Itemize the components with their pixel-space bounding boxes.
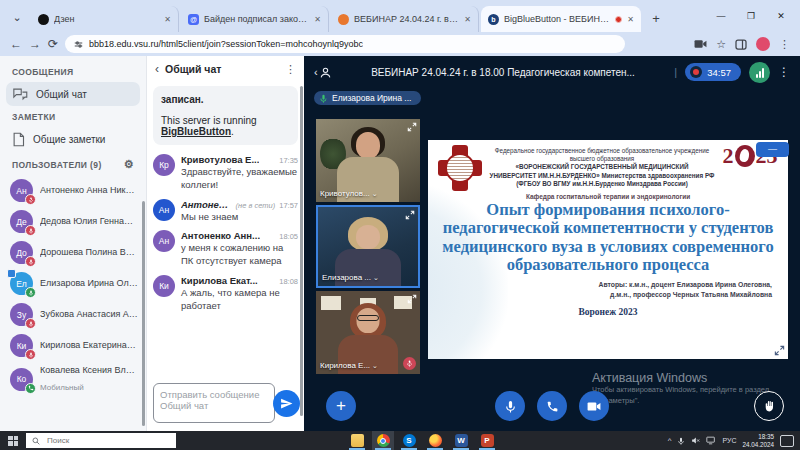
talking-indicator[interactable]: Елизарова Ирина ... <box>314 91 421 105</box>
window-close-button[interactable]: ✕ <box>766 0 796 32</box>
user-name: Антоненко Анна Никола... <box>40 185 138 196</box>
manage-users-gear-icon[interactable]: ⚙ <box>124 158 134 171</box>
tab-dzen[interactable]: Дзен ✕ <box>31 6 179 32</box>
webcam-column: Кривотулов...⌄ Елизарова ...⌄ Кирилова Е… <box>316 119 420 377</box>
new-tab-button[interactable]: + <box>646 8 666 28</box>
webcam-user-name[interactable]: Кривотулов...⌄ <box>320 189 378 198</box>
user-list-item[interactable]: До Дорошева Полина Васи... <box>0 237 146 268</box>
tab-close-icon[interactable]: ✕ <box>314 15 321 24</box>
toggle-user-list-button[interactable]: ‹ <box>314 66 332 79</box>
connection-status-icon[interactable] <box>749 62 770 83</box>
sidebar-item-label: Общие заметки <box>33 134 105 145</box>
chat-back-icon[interactable]: ‹ <box>155 62 159 76</box>
taskbar-search[interactable] <box>26 433 176 448</box>
slide-department: Кафедра госпитальной терапии и эндокрино… <box>438 193 778 200</box>
window-restore-button[interactable]: ❐ <box>736 0 766 32</box>
language-indicator[interactable]: РУС <box>722 437 736 444</box>
search-input[interactable] <box>45 435 155 446</box>
expand-video-icon[interactable] <box>407 122 417 132</box>
taskbar-powerpoint-button[interactable]: P <box>476 431 498 450</box>
users-header-label: ПОЛЬЗОВАТЕЛИ (9) <box>12 160 102 170</box>
webcam-tile[interactable]: Кирилова Е...⌄ <box>316 291 420 374</box>
reload-button[interactable]: ⟳ <box>48 38 58 50</box>
forward-button[interactable]: → <box>29 38 41 50</box>
tab-close-icon[interactable]: ✕ <box>627 15 634 24</box>
divider: | <box>674 66 677 78</box>
window-controls: — ❐ ✕ <box>706 0 796 32</box>
tab-search-button[interactable]: ⌄ <box>6 6 28 28</box>
tab-bigbluebutton-active[interactable]: b BigBlueButton - ВЕБИНАР 24.04 ✕ <box>481 6 641 32</box>
slide-authors: Авторы: к.м.н., доцент Елизарова Ирина О… <box>438 280 778 300</box>
taskbar-word-button[interactable]: W <box>450 431 472 450</box>
expand-video-icon[interactable] <box>405 210 415 220</box>
bigbluebutton-link[interactable]: BigBlueButton <box>161 126 231 137</box>
recording-indicator[interactable]: 34:57 <box>685 63 741 81</box>
webcam-share-button[interactable] <box>579 391 609 421</box>
chat-options-icon[interactable]: ⋮ <box>285 63 296 76</box>
user-list-item[interactable]: Де Дедова Юлия Геннадье... <box>0 206 146 237</box>
university-emblem-icon <box>438 145 482 191</box>
avatar: Ан <box>10 179 33 202</box>
user-list-item-mobile[interactable]: Ко Ковалева Ксения Влад... Мобильный <box>0 361 146 398</box>
chat-scrollbar[interactable] <box>300 86 303 416</box>
webcam-tile-speaking[interactable]: Елизарова ...⌄ <box>316 205 420 288</box>
sidebar-item-shared-notes[interactable]: Общие заметки <box>6 127 140 152</box>
taskbar-skype-button[interactable]: S <box>398 431 420 450</box>
expand-video-icon[interactable] <box>407 294 417 304</box>
toolbar-icons: ☆ ⋮ <box>694 37 790 51</box>
webcam-tile[interactable]: Кривотулов...⌄ <box>316 119 420 202</box>
start-button[interactable] <box>0 431 26 450</box>
minimize-presentation-button[interactable]: — <box>756 142 789 157</box>
tray-network-icon[interactable] <box>706 436 716 445</box>
hidden-icons-button[interactable]: ^ <box>668 436 672 445</box>
tab-close-icon[interactable]: ✕ <box>164 15 171 24</box>
taskbar-firefox-button[interactable] <box>424 431 446 450</box>
user-list-item[interactable]: Ки Кирилова Екатерина М... <box>0 330 146 361</box>
bookmark-star-icon[interactable]: ☆ <box>716 38 726 51</box>
back-button[interactable]: ← <box>10 38 22 50</box>
user-list-item[interactable]: Зу Зубкова Анастасия Але... <box>0 299 146 330</box>
send-message-button[interactable] <box>273 390 300 417</box>
side-panel-icon[interactable] <box>735 39 747 50</box>
tray-speaker-icon[interactable] <box>691 436 700 445</box>
chat-message: Ан Антонен...(не в сети)17:57 Мы не знае… <box>147 194 304 226</box>
chat-message-input[interactable] <box>153 383 275 423</box>
window-minimize-button[interactable]: — <box>706 0 736 32</box>
notification-center-icon[interactable] <box>780 435 794 447</box>
site-settings-icon[interactable] <box>74 40 83 49</box>
fullscreen-presentation-icon[interactable] <box>774 345 785 356</box>
meeting-options-icon[interactable]: ⋮ <box>778 65 790 79</box>
tab-webinar-moodle[interactable]: ВЕБИНАР 24.04.24 г. в 18.00 Педагоги ✕ <box>331 6 479 32</box>
raise-hand-button[interactable] <box>754 391 784 421</box>
webcam-user-name[interactable]: Кирилова Е...⌄ <box>320 361 378 370</box>
mute-microphone-button[interactable] <box>495 391 525 421</box>
meeting-title: ВЕБИНАР 24.04.24 г. в 18.00 Педагогическ… <box>340 67 667 78</box>
message-author: Антонен... <box>181 199 232 210</box>
presentation-slide[interactable]: Федеральное государственное бюджетное об… <box>428 140 788 359</box>
taskbar-chrome-button[interactable] <box>372 431 394 450</box>
leave-audio-button[interactable] <box>537 391 567 421</box>
taskbar-explorer-button[interactable] <box>346 431 368 450</box>
webcam-user-name[interactable]: Елизарова ...⌄ <box>322 273 379 282</box>
muted-badge-icon <box>25 349 36 360</box>
camera-in-use-icon[interactable] <box>694 39 707 49</box>
browser-profile-avatar[interactable] <box>756 37 770 51</box>
muted-badge-icon <box>25 318 36 329</box>
meeting-top-bar: ‹ ВЕБИНАР 24.04.24 г. в 18.00 Педагогиче… <box>304 56 800 88</box>
chat-header: ‹ Общий чат ⋮ <box>147 58 304 80</box>
user-list-item-presenter[interactable]: Ел Елизарова Ирина Олег... <box>0 268 146 299</box>
user-list-scrollbar[interactable] <box>142 201 145 426</box>
avatar: Де <box>10 210 33 233</box>
microphone-icon <box>504 400 517 413</box>
taskbar-clock[interactable]: 18:35 24.04.2024 <box>742 433 774 449</box>
tab-close-icon[interactable]: ✕ <box>464 15 471 24</box>
browser-menu-icon[interactable]: ⋮ <box>779 38 790 51</box>
sidebar-item-public-chat[interactable]: Общий чат <box>6 82 140 106</box>
address-bar[interactable]: bbb18.edu.vsu.ru/html5client/join?sessio… <box>65 35 625 53</box>
tray-microphone-icon[interactable] <box>677 437 685 445</box>
url-text[interactable]: bbb18.edu.vsu.ru/html5client/join?sessio… <box>89 39 363 49</box>
tab-news[interactable]: @ Байден подписал закон о помощи У ✕ <box>181 6 329 32</box>
user-list-item[interactable]: Ан Антоненко Анна Никола... <box>0 175 146 206</box>
user-name: Дорошева Полина Васи... <box>40 247 138 258</box>
message-time: 18:08 <box>279 277 298 286</box>
